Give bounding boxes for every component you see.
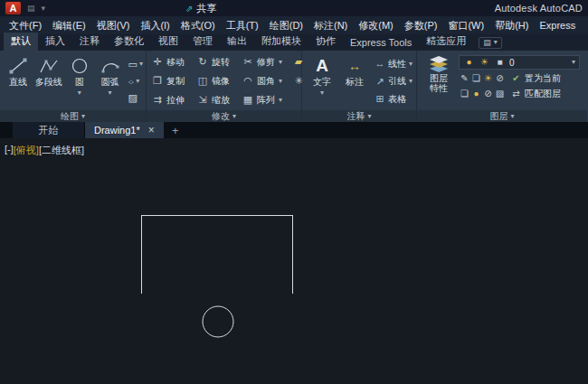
- menu-draw[interactable]: 绘图(D): [264, 17, 308, 34]
- menu-express[interactable]: Express: [534, 18, 581, 33]
- close-tab-icon[interactable]: ×: [148, 125, 155, 136]
- match-layer-button[interactable]: ⇄ 匹配图层: [510, 88, 561, 100]
- viewport-controls-button[interactable]: [-]: [5, 144, 14, 157]
- trim-tool-button[interactable]: ✂ 修剪 ▾: [242, 56, 293, 69]
- menu-help[interactable]: 帮助(H): [489, 17, 534, 34]
- ribbon-tab-output[interactable]: 输出: [220, 33, 254, 51]
- tool-label: 缩放: [212, 94, 230, 107]
- layer-freeze-sun-icon[interactable]: ☀: [479, 58, 490, 67]
- ribbon-tab-addins[interactable]: 附加模块: [254, 33, 308, 51]
- fillet-tool-button[interactable]: ◠ 圆角 ▾: [242, 75, 293, 88]
- layer-on-icon[interactable]: ●: [470, 89, 482, 98]
- start-tab[interactable]: 开始: [13, 122, 85, 138]
- arc-tool-button[interactable]: 圆弧 ▾: [95, 52, 126, 110]
- copy-tool-button[interactable]: ❐ 复制: [152, 75, 197, 88]
- stretch-tool-button[interactable]: ⇉ 拉伸: [152, 94, 197, 107]
- tool-label: 圆角: [257, 75, 275, 88]
- linear-dimension-button[interactable]: ↔ 线性 ▾: [375, 58, 413, 70]
- drawn-circle[interactable]: [203, 306, 233, 337]
- app-menu-icon[interactable]: ▤: [27, 4, 35, 13]
- mirror-tool-button[interactable]: ◫ 镜像: [197, 75, 242, 88]
- drawn-open-rectangle[interactable]: [141, 215, 292, 294]
- autocad-logo-icon[interactable]: A: [5, 2, 21, 14]
- circle-tool-button[interactable]: 圆 ▾: [64, 52, 95, 110]
- menu-edit[interactable]: 编辑(E): [47, 17, 91, 34]
- panel-annotate-tools: A 文字 ▾ ↔ 标注 ↔ 线性 ▾ ↗ 引线: [302, 51, 416, 110]
- menu-file[interactable]: 文件(F): [4, 17, 47, 34]
- ribbon-tab-home[interactable]: 默认: [4, 33, 38, 51]
- ribbon-tab-manage[interactable]: 管理: [185, 33, 220, 51]
- layer-off-icon[interactable]: ⊘: [494, 74, 506, 83]
- line-tool-button[interactable]: 直线: [3, 52, 33, 110]
- start-tab-label: 开始: [39, 124, 59, 137]
- panel-annotate-footer[interactable]: 注释 ▾: [302, 110, 416, 122]
- table-button[interactable]: ⊞ 表格: [375, 93, 413, 106]
- menu-view[interactable]: 视图(V): [91, 17, 136, 34]
- ribbon-display-toggle-button[interactable]: ▤ ▾: [479, 37, 502, 49]
- dimension-tool-button[interactable]: ↔ 标注: [339, 52, 370, 110]
- share-button[interactable]: ⇗ 共享: [185, 2, 216, 15]
- arc-dropdown-caret-icon[interactable]: ▾: [109, 89, 112, 97]
- trim-caret-icon[interactable]: ▾: [279, 59, 282, 66]
- share-label: 共享: [196, 2, 216, 15]
- hatch-tool-button[interactable]: ▨: [128, 93, 143, 103]
- scale-icon: ⇲: [197, 95, 208, 105]
- panel-modify-footer[interactable]: 修改 ▾: [147, 110, 301, 122]
- tool-label: 表格: [388, 93, 406, 106]
- layer-color-swatch-icon[interactable]: ■: [494, 58, 506, 67]
- menu-parametric[interactable]: 参数(P): [399, 17, 443, 34]
- viewport-view-button[interactable]: [俯视]: [14, 144, 39, 157]
- layer-on-bulb-icon[interactable]: ●: [463, 58, 475, 67]
- drawing1-tab[interactable]: Drawing1* ×: [85, 122, 164, 138]
- layer-walk-icon[interactable]: ▨: [494, 89, 506, 98]
- menu-window[interactable]: 窗口(W): [442, 17, 489, 34]
- menu-modify[interactable]: 修改(M): [353, 17, 399, 34]
- layer-properties-icon: [429, 55, 449, 73]
- ribbon-tab-featured-apps[interactable]: 精选应用: [419, 33, 473, 51]
- tool-label: 直线: [9, 76, 27, 89]
- leader-icon: ↗: [375, 77, 385, 87]
- viewport-visual-style-button[interactable]: [二维线框]: [39, 144, 84, 157]
- ribbon-tab-collaborate[interactable]: 协作: [308, 33, 343, 51]
- ribbon-tab-annotate[interactable]: 注释: [72, 33, 107, 51]
- panel-draw-footer[interactable]: 绘图 ▾: [0, 110, 146, 122]
- tool-label: 特性: [430, 83, 448, 93]
- model-space-canvas[interactable]: [-] [俯视] [二维线框]: [0, 138, 588, 384]
- rectangle-tool-button[interactable]: ▭ ▾: [128, 60, 143, 70]
- layer-isolate-icon[interactable]: ❏: [470, 74, 482, 83]
- layer-dropdown[interactable]: ● ☀ ■ 0 ▾: [459, 55, 580, 70]
- quick-access-caret-icon[interactable]: ▾: [42, 4, 46, 13]
- new-drawing-button[interactable]: +: [164, 122, 187, 138]
- layer-properties-button[interactable]: 图层 特性: [422, 52, 456, 110]
- panel-layers-footer[interactable]: 图层 ▾: [417, 110, 587, 122]
- menu-insert[interactable]: 插入(I): [135, 17, 175, 34]
- layer-edit-icon[interactable]: ✎: [459, 74, 470, 83]
- fillet-caret-icon[interactable]: ▾: [279, 78, 282, 85]
- ribbon-tab-view[interactable]: 视图: [151, 33, 185, 51]
- ellipse-tool-button[interactable]: ○ ▾: [128, 77, 143, 87]
- circle-dropdown-caret-icon[interactable]: ▾: [78, 89, 81, 97]
- ribbon-tab-express-tools[interactable]: Express Tools: [343, 35, 419, 51]
- polyline-tool-button[interactable]: 多段线: [33, 52, 64, 110]
- menu-dimension[interactable]: 标注(N): [308, 17, 353, 34]
- text-tool-button[interactable]: A 文字 ▾: [307, 52, 337, 110]
- menu-tools[interactable]: 工具(T): [221, 17, 264, 34]
- move-tool-button[interactable]: ✛ 移动: [152, 56, 197, 69]
- scale-tool-button[interactable]: ⇲ 缩放: [197, 94, 242, 107]
- linear-caret-icon: ▾: [409, 61, 413, 68]
- viewport-label: [-] [俯视] [二维线框]: [5, 144, 84, 157]
- ribbon-tab-parametric[interactable]: 参数化: [107, 33, 151, 51]
- array-tool-button[interactable]: ▦ 阵列 ▾: [242, 94, 293, 107]
- layer-dropdown-caret-icon[interactable]: ▾: [572, 59, 575, 66]
- move-icon: ✛: [152, 57, 163, 67]
- ribbon-tab-insert[interactable]: 插入: [38, 33, 72, 51]
- menu-format[interactable]: 格式(O): [175, 17, 221, 34]
- layer-unisolate-icon[interactable]: ❏: [459, 89, 470, 98]
- array-caret-icon[interactable]: ▾: [279, 97, 282, 104]
- set-current-layer-button[interactable]: ✔ 置为当前: [510, 72, 561, 85]
- layer-freeze-icon[interactable]: ☀: [482, 74, 494, 83]
- leader-button[interactable]: ↗ 引线 ▾: [375, 75, 413, 88]
- rotate-tool-button[interactable]: ↻ 旋转: [197, 56, 242, 69]
- text-caret-icon[interactable]: ▾: [320, 89, 324, 97]
- layer-lock-icon[interactable]: ⊘: [482, 89, 494, 98]
